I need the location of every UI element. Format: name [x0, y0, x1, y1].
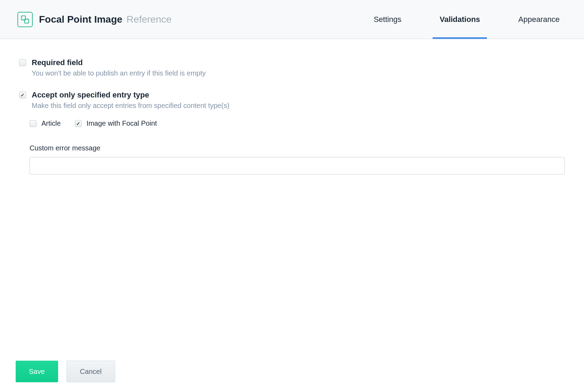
required-label: Required field	[32, 58, 206, 67]
content-area: Required field You won't be able to publ…	[0, 39, 584, 198]
type-article-label: Article	[41, 119, 61, 127]
field-type: Reference	[127, 14, 172, 25]
type-option-article: Article	[30, 119, 61, 127]
header-left: Focal Point Image Reference	[17, 12, 374, 27]
tab-appearance[interactable]: Appearance	[518, 0, 560, 39]
type-options: Article Image with Focal Point	[30, 119, 565, 127]
custom-error-label: Custom error message	[30, 144, 565, 152]
validation-required-header: Required field You won't be able to publ…	[19, 58, 565, 77]
accept-type-label: Accept only specified entry type	[32, 91, 229, 100]
required-description: You won't be able to publish an entry if…	[32, 69, 206, 77]
validation-accept-type: Accept only specified entry type Make th…	[19, 91, 565, 174]
type-option-image-focal-point: Image with Focal Point	[75, 119, 157, 127]
reference-icon	[17, 12, 33, 27]
required-checkbox[interactable]	[19, 59, 26, 66]
title-block: Focal Point Image Reference	[39, 14, 172, 25]
type-image-focal-point-label: Image with Focal Point	[87, 119, 157, 127]
validation-required: Required field You won't be able to publ…	[19, 58, 565, 77]
type-image-focal-point-checkbox[interactable]	[75, 120, 82, 127]
custom-error-input[interactable]	[30, 157, 565, 174]
type-article-checkbox[interactable]	[30, 120, 37, 127]
tab-settings[interactable]: Settings	[374, 0, 402, 39]
tab-validations[interactable]: Validations	[440, 0, 480, 39]
accept-type-description: Make this field only accept entries from…	[32, 102, 229, 110]
accept-type-header: Accept only specified entry type Make th…	[19, 91, 565, 110]
modal-header: Focal Point Image Reference Settings Val…	[0, 0, 584, 39]
field-title: Focal Point Image	[39, 14, 123, 25]
accept-type-label-block: Accept only specified entry type Make th…	[32, 91, 229, 110]
required-label-block: Required field You won't be able to publ…	[32, 58, 206, 77]
accept-type-checkbox[interactable]	[19, 92, 26, 99]
tabs: Settings Validations Appearance	[374, 0, 560, 39]
custom-error-block: Custom error message	[30, 144, 565, 174]
